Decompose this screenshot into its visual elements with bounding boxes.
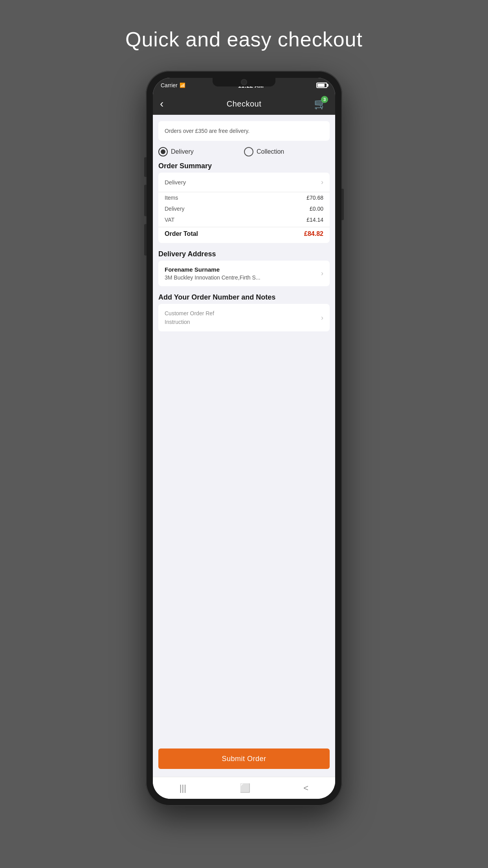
order-total-label: Order Total [165,230,198,237]
battery-fill [317,84,325,87]
submit-order-button[interactable]: Submit Order [158,748,330,769]
phone-camera [241,79,247,85]
delivery-cost-value: £0.00 [310,206,323,212]
delivery-banner: Orders over £350 are free delivery. [158,121,330,141]
nav-bar: ‹ Checkout 🛒 3 [153,93,335,115]
delivery-radio[interactable] [158,147,168,156]
delivery-option[interactable]: Delivery [158,147,244,156]
back-button[interactable]: ‹ [160,97,176,110]
phone-notch [213,78,275,86]
delivery-label: Delivery [171,148,194,155]
bottom-nav: ||| ⬜ < [153,777,335,799]
cart-badge: 3 [321,96,328,103]
delivery-cost-row: Delivery £0.00 [158,203,330,214]
address-card: Forename Surname 3M Buckley Innovation C… [158,261,330,286]
volume-up-button [144,185,147,216]
nav-title: Checkout [227,99,262,108]
order-total-value: £84.82 [304,230,323,237]
address-chevron-icon: › [321,269,323,278]
spacer [153,333,335,745]
delivery-selector: Delivery Collection [158,147,330,156]
back-nav-button[interactable]: < [295,780,316,796]
items-value: £70.68 [306,195,323,201]
notes-card: Customer Order Ref Instruction › [158,304,330,331]
delivery-radio-inner [161,149,165,154]
order-summary-heading: Order Summary [153,156,335,173]
scroll-content: Orders over £350 are free delivery. Deli… [153,115,335,799]
delivery-type-row[interactable]: Delivery › [158,173,330,192]
battery-indicator [316,83,327,88]
power-button [341,189,344,220]
vat-label: VAT [165,217,174,223]
address-row[interactable]: Forename Surname 3M Buckley Innovation C… [158,261,330,286]
collection-label: Collection [257,148,284,155]
mute-button [144,157,147,177]
address-detail: 3M Buckley Innovation Centre,Firth S... [165,274,261,281]
notes-row[interactable]: Customer Order Ref Instruction › [158,304,330,331]
volume-down-button [144,224,147,256]
address-info: Forename Surname 3M Buckley Innovation C… [165,266,261,281]
delivery-cost-label: Delivery [165,206,185,212]
vat-row: VAT £14.14 [158,214,330,225]
items-row: Items £70.68 [158,192,330,203]
vat-value: £14.14 [306,217,323,223]
collection-option[interactable]: Collection [244,147,330,156]
delivery-type-label: Delivery [165,179,186,186]
delivery-chevron-icon: › [321,178,323,186]
menu-button[interactable]: ||| [172,780,194,796]
battery-icon [316,83,327,88]
collection-radio[interactable] [244,147,253,156]
order-summary-card: Delivery › Items £70.68 Delivery £0.00 V… [158,173,330,243]
items-label: Items [165,195,178,201]
phone-screen: Carrier 📶 11:22 AM ‹ Checkout 🛒 3 Ord [153,78,335,799]
carrier-label: Carrier 📶 [161,82,185,88]
address-name: Forename Surname [165,266,261,273]
instruction-label: Instruction [165,319,214,325]
notes-chevron-icon: › [321,314,323,322]
wifi-icon: 📶 [180,83,185,88]
order-total-row: Order Total £84.82 [158,227,330,243]
page-title: Quick and easy checkout [125,28,363,51]
delivery-address-heading: Delivery Address [153,245,335,261]
order-ref-label: Customer Order Ref [165,310,214,316]
cart-button[interactable]: 🛒 3 [312,96,328,112]
notes-info: Customer Order Ref Instruction [165,310,214,325]
home-button[interactable]: ⬜ [232,780,258,796]
order-notes-heading: Add Your Order Number and Notes [153,288,335,304]
delivery-banner-text: Orders over £350 are free delivery. [165,128,250,134]
phone-frame: Carrier 📶 11:22 AM ‹ Checkout 🛒 3 Ord [146,71,342,806]
